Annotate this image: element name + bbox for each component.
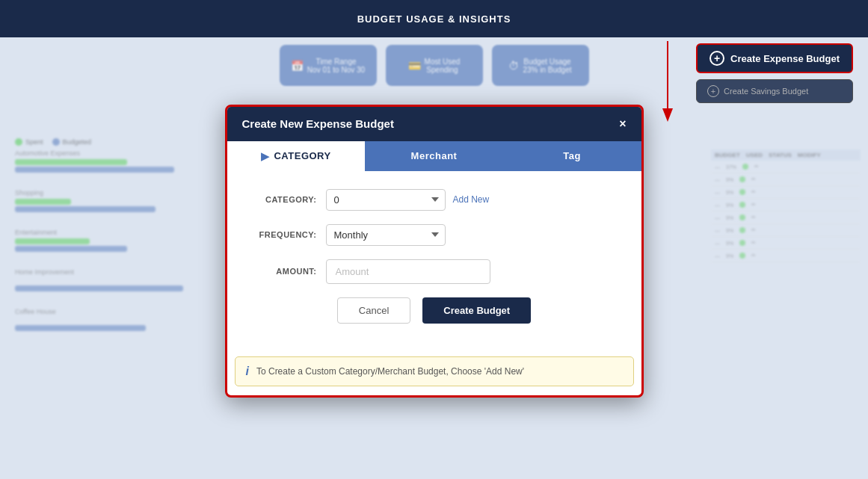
form-row-frequency: FREQUENCY: Monthly Weekly Daily Yearly (250, 224, 619, 246)
arrow-indicator (638, 41, 698, 131)
bg-table-row-7: —9%✏ (711, 237, 861, 250)
category-control-wrap: 0 Add New (326, 189, 619, 211)
info-box: i To Create a Custom Category/Merchant B… (235, 356, 634, 386)
tab-category[interactable]: ▶ CATEGORY (227, 141, 366, 171)
cancel-button[interactable]: Cancel (337, 297, 410, 324)
modal-title: Create New Expense Budget (242, 117, 394, 130)
bg-table-row-3: —9%✏ (711, 186, 861, 199)
col-modify: MODIFY (798, 152, 821, 158)
page-title: BUDGET USAGE & INSIGHTS (357, 13, 511, 25)
legend-spent-dot (15, 138, 22, 146)
bar-row-auto: Automotive Expenses (15, 149, 202, 173)
bar-blue-auto (15, 167, 174, 173)
bar-blue-coffee (15, 325, 146, 331)
bg-table-row-1: —37%✏ (711, 161, 861, 173)
legend-spent: Spent (15, 138, 43, 146)
tab-tag-label: Tag (563, 150, 581, 161)
info-icon: i (246, 365, 249, 378)
bar-row-entertainment: Entertainment (15, 229, 202, 252)
status-dot-6 (739, 227, 745, 233)
col-status: STATUS (769, 152, 792, 158)
modal-header: Create New Expense Budget × (227, 107, 641, 141)
legend-budgeted-label: Budgeted (63, 138, 92, 146)
tab-tag[interactable]: Tag (503, 141, 641, 171)
frequency-control-wrap: Monthly Weekly Daily Yearly (326, 224, 619, 246)
bg-table-row-4: —9%✏ (711, 199, 861, 211)
create-buttons-container: + Create Expense Budget + Create Savings… (696, 43, 853, 103)
amount-input[interactable] (326, 259, 490, 284)
create-expense-label: Create Expense Budget (730, 53, 840, 64)
create-savings-budget-button[interactable]: + Create Savings Budget (696, 79, 853, 103)
bar-label-home: Home Improvement (15, 268, 202, 276)
bg-bar-chart: Automotive Expenses Shopping Entertainme… (15, 149, 202, 347)
bar-blue-home (15, 285, 183, 291)
bg-card-merchant-value: Spending (425, 66, 461, 74)
tab-merchant-label: Merchant (411, 150, 458, 161)
legend-budgeted-dot (52, 138, 60, 146)
create-budget-button[interactable]: Create Budget (422, 297, 531, 324)
bar-label-auto: Automotive Expenses (15, 149, 202, 157)
category-select[interactable]: 0 (326, 189, 446, 211)
status-dot-1 (742, 164, 748, 170)
bg-table-row-8: —9%✏ (711, 250, 861, 262)
top-bar: BUDGET USAGE & INSIGHTS (0, 0, 868, 37)
legend-spent-label: Spent (25, 138, 43, 146)
bar-green-auto (15, 159, 127, 165)
status-dot-4 (739, 202, 745, 208)
card-icon: 💳 (408, 60, 421, 72)
bg-card-merchant: 💳 Most UsedSpending (386, 45, 483, 86)
tab-category-label: CATEGORY (274, 150, 330, 161)
frequency-select[interactable]: Monthly Weekly Daily Yearly (326, 224, 446, 246)
bar-row-shopping: Shopping (15, 189, 202, 212)
bg-card-time-label: Time Range (307, 58, 365, 66)
bg-table-header: BUDGET USED STATUS MODIFY (711, 149, 861, 161)
bar-label-shopping: Shopping (15, 189, 202, 197)
bar-row-coffee: Coffee House (15, 308, 202, 331)
bar-blue-entertainment (15, 246, 127, 252)
status-dot-5 (739, 214, 745, 220)
chart-legend: Spent Budgeted (15, 138, 91, 146)
bg-card-time-value: Nov 01 to Nov 30 (307, 66, 365, 74)
bg-table: BUDGET USED STATUS MODIFY —37%✏ —9%✏ —9%… (711, 149, 861, 262)
create-expense-modal: Create New Expense Budget × ▶ CATEGORY M… (225, 105, 644, 398)
bg-card-merchant-label: Most Used (425, 58, 461, 66)
amount-control-wrap (326, 259, 619, 284)
bg-table-row-6: —9%✏ (711, 224, 861, 237)
bg-card-usage: ⏱ Budget Usage23% in Budget (492, 45, 589, 86)
modal-tabs: ▶ CATEGORY Merchant Tag (227, 141, 641, 171)
bar-green-shopping (15, 199, 71, 205)
add-new-link[interactable]: Add New (453, 194, 490, 205)
info-text: To Create a Custom Category/Merchant Bud… (256, 366, 524, 377)
bg-table-row-2: —9%✏ (711, 173, 861, 186)
bar-blue-shopping (15, 206, 156, 212)
plus-circle-sm-icon: + (707, 85, 719, 97)
tab-arrow-icon: ▶ (261, 150, 270, 162)
modal-close-button[interactable]: × (619, 117, 626, 131)
status-dot-8 (739, 253, 745, 259)
bg-card-time: 📅 Time RangeNov 01 to Nov 30 (280, 45, 377, 86)
tab-merchant[interactable]: Merchant (365, 141, 503, 171)
svg-marker-1 (662, 108, 673, 122)
form-row-amount: AMOUNT: (250, 259, 619, 284)
col-used: USED (746, 152, 763, 158)
bg-table-row-5: —9%✏ (711, 211, 861, 224)
modal-body: CATEGORY: 0 Add New FREQUENCY: Monthly W… (227, 171, 641, 356)
form-row-category: CATEGORY: 0 Add New (250, 189, 619, 211)
create-expense-budget-button[interactable]: + Create Expense Budget (696, 43, 853, 73)
bg-card-usage-value: 23% in Budget (523, 66, 571, 74)
status-dot-2 (739, 176, 745, 182)
bg-cards-row: 📅 Time RangeNov 01 to Nov 30 💳 Most Used… (280, 45, 589, 86)
calendar-icon: 📅 (291, 60, 304, 72)
create-savings-label: Create Savings Budget (724, 87, 808, 96)
status-dot-7 (739, 240, 745, 246)
bg-card-usage-label: Budget Usage (523, 58, 571, 66)
plus-circle-icon: + (710, 51, 724, 66)
bar-label-coffee: Coffee House (15, 308, 202, 315)
clock-icon: ⏱ (508, 60, 519, 72)
modal-actions: Cancel Create Budget (250, 297, 619, 324)
amount-field-label: AMOUNT: (250, 267, 317, 276)
bar-row-home: Home Improvement (15, 268, 202, 291)
frequency-field-label: FREQUENCY: (250, 230, 317, 239)
category-field-label: CATEGORY: (250, 195, 317, 204)
bar-label-entertainment: Entertainment (15, 229, 202, 236)
